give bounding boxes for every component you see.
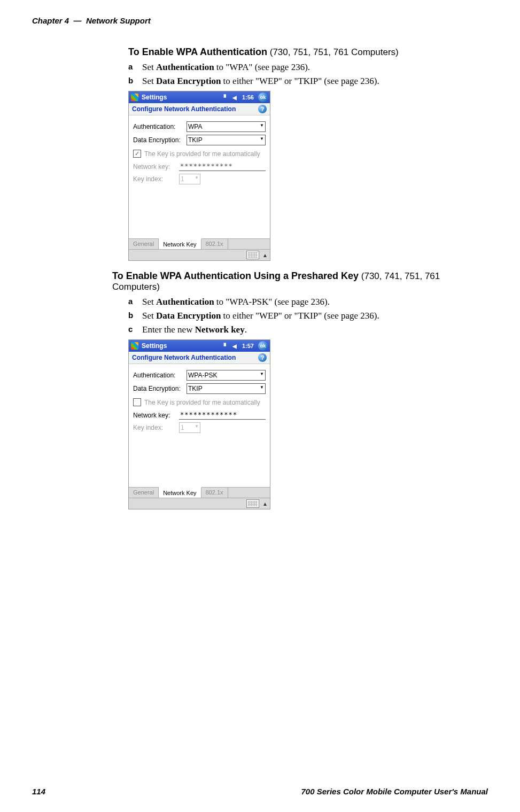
auth-label: Authentication:	[133, 123, 187, 130]
auth-value: WPA-PSK	[188, 372, 217, 379]
step-pre: Set	[142, 62, 156, 72]
step-pre: Set	[142, 311, 156, 321]
header-sep: —	[74, 16, 82, 25]
pda-subtitle-bar: Configure Network Authentication ?	[129, 352, 270, 364]
screenshot-wpa: Settings ▝ ◀ 1:56 ok Configure Network A…	[128, 91, 270, 261]
tab-8021x[interactable]: 802.1x	[201, 488, 228, 498]
auto-key-checkbox	[133, 398, 141, 406]
section2-heading: To Enable WPA Authentication Using a Pre…	[112, 270, 488, 292]
windows-flag-icon[interactable]	[131, 94, 138, 101]
network-key-label: Network key:	[133, 412, 179, 419]
chapter-title: Network Support	[86, 16, 151, 25]
key-index-row: Key index: 1 ▼	[133, 174, 266, 184]
subtitle-text: Configure Network Authentication	[132, 354, 236, 361]
key-index-row: Key index: 1 ▼	[133, 422, 266, 433]
section2-step-c: c Enter the new Network key.	[128, 324, 488, 335]
step-post: to "WPA" (see page 236).	[214, 62, 310, 72]
step-pre: Set	[142, 76, 156, 86]
speaker-icon[interactable]: ◀	[231, 342, 238, 350]
step-pre: Enter the new	[142, 324, 195, 335]
network-key-input	[179, 162, 266, 171]
pda-titlebar: Settings ▝ ◀ 1:56 ok	[129, 91, 270, 103]
page-header: Chapter 4 — Network Support	[32, 16, 488, 25]
encryption-value: TKIP	[188, 136, 203, 144]
auth-dropdown[interactable]: WPA ▼	[187, 121, 266, 132]
key-index-dropdown: 1 ▼	[179, 174, 200, 184]
step-pre: Set	[142, 297, 156, 307]
keyboard-icon[interactable]	[246, 499, 259, 508]
auth-label: Authentication:	[133, 372, 187, 379]
encryption-row: Data Encryption: TKIP ▼	[133, 383, 266, 394]
chevron-down-icon: ▼	[195, 175, 199, 180]
encryption-label: Data Encryption:	[133, 385, 187, 392]
step-post: to "WPA-PSK" (see page 236).	[214, 297, 330, 307]
connectivity-icon[interactable]: ▝	[220, 94, 228, 101]
step-post: .	[245, 324, 247, 335]
step-text: Set Authentication to "WPA" (see page 23…	[142, 62, 310, 73]
step-marker: b	[128, 311, 142, 321]
step-post: to either "WEP" or "TKIP" (see page 236)…	[221, 76, 379, 86]
help-icon[interactable]: ?	[258, 353, 267, 362]
step-bold: Authentication	[156, 62, 214, 72]
step-text: Set Authentication to "WPA-PSK" (see pag…	[142, 297, 330, 307]
encryption-dropdown[interactable]: TKIP ▼	[187, 135, 266, 145]
section1-step-a: a Set Authentication to "WPA" (see page …	[128, 62, 488, 73]
step-bold: Network key	[195, 324, 245, 335]
auto-key-checkbox-row: The Key is provided for me automatically	[133, 398, 266, 406]
step-bold: Authentication	[156, 297, 214, 307]
sip-arrow-icon[interactable]: ▲	[262, 501, 268, 507]
titlebar-title: Settings	[142, 342, 167, 350]
tab-general[interactable]: General	[129, 239, 159, 249]
step-marker: b	[128, 76, 142, 87]
tab-general[interactable]: General	[129, 488, 159, 498]
tab-bar: General Network Key 802.1x	[129, 238, 270, 249]
key-index-label: Key index:	[133, 175, 179, 183]
section1-heading-light: (730, 751, 751, 761 Computers)	[267, 47, 399, 57]
clock: 1:56	[242, 94, 254, 100]
encryption-row: Data Encryption: TKIP ▼	[133, 135, 266, 145]
network-key-row: Network key:	[133, 411, 266, 420]
network-key-label: Network key:	[133, 163, 179, 171]
encryption-value: TKIP	[188, 385, 203, 392]
page-footer: 114 700 Series Color Mobile Computer Use…	[32, 787, 488, 796]
help-icon[interactable]: ?	[258, 105, 267, 113]
key-index-value: 1	[181, 175, 184, 183]
connectivity-icon[interactable]: ▝	[220, 342, 228, 350]
key-index-label: Key index:	[133, 424, 179, 431]
auth-dropdown[interactable]: WPA-PSK ▼	[187, 370, 266, 381]
keyboard-icon[interactable]	[246, 251, 259, 259]
speaker-icon[interactable]: ◀	[231, 94, 238, 101]
auto-key-label: The Key is provided for me automatically	[144, 150, 260, 158]
sip-arrow-icon[interactable]: ▲	[262, 252, 268, 258]
step-marker: c	[128, 324, 142, 335]
tab-network-key[interactable]: Network Key	[159, 238, 201, 249]
step-text: Set Data Encryption to either "WEP" or "…	[142, 76, 379, 87]
step-bold: Data Encryption	[156, 311, 221, 321]
encryption-dropdown[interactable]: TKIP ▼	[187, 383, 266, 394]
tab-network-key[interactable]: Network Key	[159, 487, 201, 498]
section2-heading-bold: To Enable WPA Authentication Using a Pre…	[112, 270, 359, 281]
network-key-input[interactable]	[179, 411, 266, 420]
ok-button[interactable]: ok	[258, 341, 268, 351]
key-index-dropdown: 1 ▼	[179, 422, 200, 433]
auto-key-checkbox-row: ✓ The Key is provided for me automatical…	[133, 150, 266, 158]
chevron-down-icon: ▼	[260, 123, 264, 128]
clock: 1:57	[242, 343, 254, 349]
windows-flag-icon[interactable]	[131, 342, 138, 350]
page-number: 114	[32, 787, 45, 796]
step-post: to either "WEP" or "TKIP" (see page 236)…	[221, 311, 379, 321]
step-text: Set Data Encryption to either "WEP" or "…	[142, 311, 379, 321]
step-bold: Data Encryption	[156, 76, 221, 86]
ok-button[interactable]: ok	[258, 92, 268, 102]
section1-heading-bold: To Enable WPA Authentication	[128, 47, 267, 57]
pda-subtitle-bar: Configure Network Authentication ?	[129, 103, 270, 115]
network-key-row: Network key:	[133, 162, 266, 171]
step-marker: a	[128, 297, 142, 307]
tab-8021x[interactable]: 802.1x	[201, 239, 228, 249]
chevron-down-icon: ▼	[260, 385, 264, 390]
key-index-value: 1	[181, 424, 184, 431]
manual-title: 700 Series Color Mobile Computer User's …	[301, 787, 488, 796]
pda-titlebar: Settings ▝ ◀ 1:57 ok	[129, 340, 270, 352]
tab-bar: General Network Key 802.1x	[129, 487, 270, 498]
encryption-label: Data Encryption:	[133, 136, 187, 144]
